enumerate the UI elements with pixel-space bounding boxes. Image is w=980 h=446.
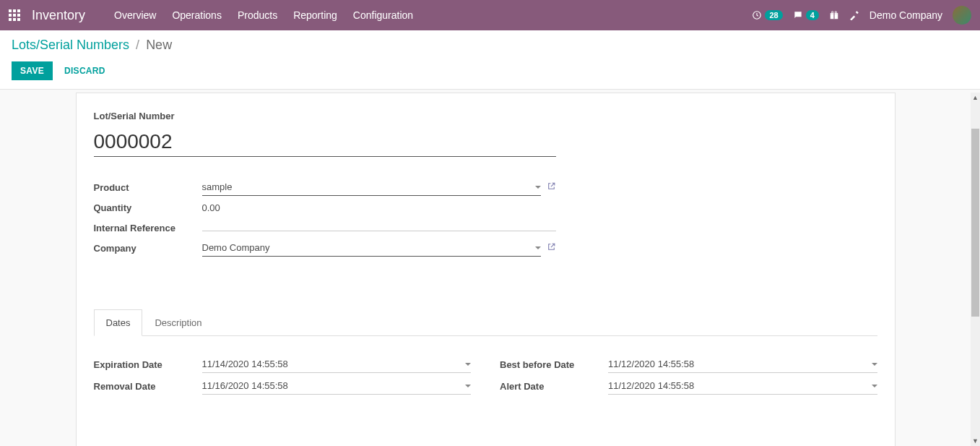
discard-button[interactable]: DISCARD (56, 61, 114, 80)
breadcrumb-parent[interactable]: Lots/Serial Numbers (12, 38, 129, 52)
svg-point-5 (835, 12, 836, 13)
alert-date-row: Alert Date 11/12/2020 14:55:58 (500, 375, 877, 397)
dates-col-right: Best before Date 11/12/2020 14:55:58 Ale… (500, 353, 877, 397)
wrench-icon[interactable] (849, 10, 859, 20)
activity-indicator[interactable]: 28 (752, 10, 782, 20)
product-select[interactable]: sample (202, 179, 541, 196)
expiration-date-label: Expiration Date (94, 359, 202, 370)
topbar-right: 28 4 Demo Company (752, 6, 971, 25)
chevron-down-icon (465, 385, 471, 387)
user-avatar[interactable] (953, 6, 971, 25)
serial-number-label: Lot/Serial Number (94, 111, 877, 121)
alert-date-input[interactable]: 11/12/2020 14:55:58 (608, 377, 877, 395)
removal-date-input[interactable]: 11/16/2020 14:55:58 (202, 377, 472, 395)
removal-date-label: Removal Date (94, 381, 202, 392)
chevron-down-icon (465, 363, 471, 366)
svg-rect-3 (833, 13, 834, 19)
chevron-down-icon (535, 246, 541, 249)
internal-ref-row: Internal Reference (94, 218, 556, 238)
breadcrumb-current: New (146, 38, 172, 52)
internal-ref-label: Internal Reference (94, 223, 202, 233)
best-before-date-value: 11/12/2020 14:55:58 (608, 359, 694, 369)
tab-description[interactable]: Description (142, 309, 214, 336)
company-row: Company Demo Company (94, 238, 556, 258)
nav-reporting[interactable]: Reporting (293, 9, 337, 21)
company-value: Demo Company (202, 242, 270, 253)
top-navbar: Inventory Overview Operations Products R… (0, 0, 980, 30)
internal-ref-input[interactable] (202, 225, 556, 231)
content-area: Lot/Serial Number Product sample Quantit… (0, 93, 971, 446)
scroll-up-icon[interactable]: ▲ (971, 93, 980, 103)
chevron-down-icon (872, 363, 877, 366)
quantity-value: 0.00 (202, 200, 220, 216)
vertical-scrollbar[interactable]: ▲ ▼ (971, 93, 980, 446)
company-select[interactable]: Demo Company (202, 239, 541, 257)
product-label: Product (94, 182, 202, 193)
scroll-down-icon[interactable]: ▼ (971, 436, 980, 446)
app-title: Inventory (32, 8, 85, 23)
gift-icon[interactable] (829, 10, 839, 20)
breadcrumb: Lots/Serial Numbers / New (12, 38, 968, 53)
apps-icon[interactable] (9, 9, 20, 21)
alert-date-value: 11/12/2020 14:55:58 (608, 380, 694, 391)
nav-configuration[interactable]: Configuration (353, 9, 413, 21)
chevron-down-icon (535, 186, 541, 189)
form-sheet: Lot/Serial Number Product sample Quantit… (76, 93, 896, 446)
svg-point-4 (831, 12, 833, 13)
control-panel: Lots/Serial Numbers / New SAVE DISCARD (0, 30, 980, 90)
expiration-date-value: 11/14/2020 14:55:58 (202, 359, 288, 369)
form-group: Product sample Quantity 0.00 Internal Re… (94, 177, 556, 258)
scroll-thumb[interactable] (971, 129, 979, 317)
quantity-label: Quantity (94, 202, 202, 213)
tab-content-dates: Expiration Date 11/14/2020 14:55:58 Remo… (94, 336, 877, 397)
chevron-down-icon (872, 385, 877, 387)
best-before-date-label: Best before Date (500, 359, 608, 370)
product-row: Product sample (94, 177, 556, 197)
nav-products[interactable]: Products (238, 9, 277, 21)
company-selector[interactable]: Demo Company (870, 9, 942, 21)
product-value: sample (202, 181, 233, 192)
removal-date-value: 11/16/2020 14:55:58 (202, 380, 288, 391)
tab-bar: Dates Description (94, 309, 877, 336)
discuss-indicator[interactable]: 4 (793, 10, 819, 20)
best-before-date-row: Best before Date 11/12/2020 14:55:58 (500, 353, 877, 375)
activity-badge: 28 (765, 10, 782, 20)
dates-col-left: Expiration Date 11/14/2020 14:55:58 Remo… (94, 353, 472, 397)
removal-date-row: Removal Date 11/16/2020 14:55:58 (94, 375, 472, 397)
tab-dates[interactable]: Dates (94, 309, 143, 336)
company-label: Company (94, 243, 202, 254)
discuss-badge: 4 (806, 10, 819, 20)
clock-icon (752, 10, 762, 20)
expiration-date-input[interactable]: 11/14/2020 14:55:58 (202, 356, 472, 373)
chat-icon (793, 10, 803, 20)
best-before-date-input[interactable]: 11/12/2020 14:55:58 (608, 356, 877, 373)
quantity-row: Quantity 0.00 (94, 197, 556, 218)
breadcrumb-separator: / (136, 38, 139, 52)
expiration-date-row: Expiration Date 11/14/2020 14:55:58 (94, 353, 472, 375)
alert-date-label: Alert Date (500, 381, 608, 392)
save-button[interactable]: SAVE (12, 61, 53, 80)
nav-overview[interactable]: Overview (114, 9, 156, 21)
main-nav: Overview Operations Products Reporting C… (114, 9, 413, 21)
serial-number-input[interactable] (94, 127, 556, 157)
external-link-icon[interactable] (547, 242, 556, 254)
button-row: SAVE DISCARD (12, 61, 968, 80)
nav-operations[interactable]: Operations (172, 9, 221, 21)
external-link-icon[interactable] (547, 181, 556, 193)
